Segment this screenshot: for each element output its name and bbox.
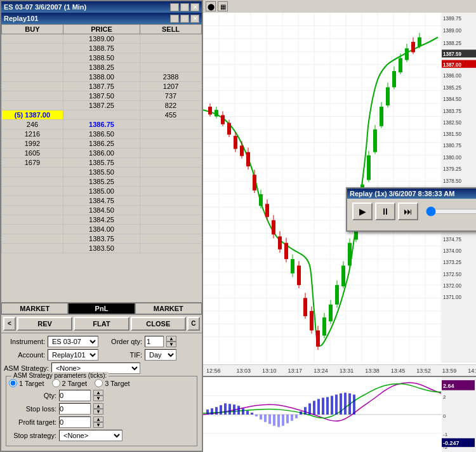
buy-cell[interactable] xyxy=(2,187,63,196)
stoploss-input[interactable] xyxy=(59,403,91,415)
c-button[interactable]: C xyxy=(187,317,200,331)
buy-cell[interactable]: 246 xyxy=(2,120,63,130)
inner-maximize[interactable]: □ xyxy=(180,15,189,23)
buy-cell[interactable] xyxy=(2,91,63,101)
replay-controls: ▶ ⏸ ⏭ xyxy=(347,199,476,224)
instrument-row: Instrument: ES 03-07 Order qty: ▲ ▼ xyxy=(4,336,199,347)
buy-cell[interactable]: 1992 xyxy=(2,139,63,149)
qty-down[interactable]: ▼ xyxy=(93,396,103,401)
play-button[interactable]: ▶ xyxy=(352,203,373,220)
profit-down[interactable]: ▼ xyxy=(93,422,103,428)
buy-cell[interactable]: 1605 xyxy=(2,149,63,158)
buy-cell[interactable] xyxy=(2,101,63,110)
hist-bar xyxy=(348,394,351,415)
hist-bar-neg xyxy=(268,415,271,424)
rev-button[interactable]: REV xyxy=(17,317,72,331)
buy-cell[interactable]: 1679 xyxy=(2,158,63,168)
market-right[interactable]: MARKET xyxy=(135,303,202,314)
chart-panel: ⬤ ▦ xyxy=(203,0,476,452)
stoploss-up[interactable]: ▲ xyxy=(93,403,103,409)
market-left[interactable]: MARKET xyxy=(1,303,68,314)
sell-cell[interactable] xyxy=(140,187,202,196)
inner-close[interactable]: ✕ xyxy=(190,15,199,23)
sell-cell[interactable] xyxy=(140,149,202,158)
sell-cell[interactable]: 822 xyxy=(140,101,202,110)
hist-bar-neg xyxy=(286,415,289,423)
sell-cell[interactable]: 1207 xyxy=(140,82,202,91)
target1-label[interactable]: 1 Target xyxy=(9,379,44,387)
sell-cell[interactable]: 2388 xyxy=(140,72,202,82)
target3-label[interactable]: 3 Target xyxy=(95,379,130,387)
price-cell: 1388.25 xyxy=(63,63,140,72)
sell-cell[interactable] xyxy=(140,63,202,72)
sell-cell[interactable] xyxy=(140,234,202,244)
target3-radio[interactable] xyxy=(95,379,103,387)
stopstrat-select[interactable]: <None> xyxy=(59,430,122,441)
account-select[interactable]: Replay101 xyxy=(48,349,98,361)
flat-button[interactable]: FLAT xyxy=(74,317,129,331)
less-button[interactable]: < xyxy=(3,317,16,331)
buy-cell[interactable] xyxy=(2,196,63,206)
buy-cell[interactable] xyxy=(2,63,63,72)
sell-cell[interactable] xyxy=(140,225,202,234)
minimize-btn[interactable]: _ xyxy=(170,3,179,11)
sell-cell[interactable] xyxy=(140,215,202,225)
sell-cell[interactable] xyxy=(140,53,202,63)
sell-cell[interactable] xyxy=(140,168,202,177)
sell-cell[interactable] xyxy=(140,206,202,215)
inner-minimize[interactable]: _ xyxy=(170,15,179,23)
buy-cell[interactable] xyxy=(2,234,63,244)
sell-cell[interactable] xyxy=(140,44,202,53)
replay-slider[interactable] xyxy=(426,206,476,217)
stoploss-down[interactable]: ▼ xyxy=(93,409,103,415)
buy-cell[interactable] xyxy=(2,72,63,82)
sell-cell[interactable]: 737 xyxy=(140,91,202,101)
buy-cell[interactable] xyxy=(2,44,63,53)
buy-cell[interactable] xyxy=(2,225,63,234)
sell-cell[interactable] xyxy=(140,130,202,139)
close-btn[interactable]: ✕ xyxy=(190,3,199,11)
sell-cell[interactable] xyxy=(140,139,202,149)
buy-cell[interactable] xyxy=(2,82,63,91)
profit-up[interactable]: ▲ xyxy=(93,416,103,422)
sell-cell[interactable] xyxy=(140,158,202,168)
buy-cell[interactable]: (5) 1387.00 xyxy=(2,110,63,120)
chart-icon[interactable]: ▦ xyxy=(218,1,228,11)
target2-radio[interactable] xyxy=(52,379,60,387)
buy-cell[interactable] xyxy=(2,34,63,44)
target1-radio[interactable] xyxy=(9,379,17,387)
fastforward-button[interactable]: ⏭ xyxy=(398,203,418,220)
orderqty-down[interactable]: ▼ xyxy=(166,342,176,347)
buy-cell[interactable]: 1216 xyxy=(2,130,63,139)
tif-select[interactable]: Day xyxy=(145,349,176,361)
profit-input[interactable] xyxy=(59,416,91,428)
sell-cell[interactable] xyxy=(140,34,202,44)
maximize-btn[interactable]: □ xyxy=(180,3,189,11)
qty-input[interactable] xyxy=(59,390,91,401)
buy-cell[interactable] xyxy=(2,53,63,63)
orderqty-input[interactable] xyxy=(145,336,164,347)
sell-cell[interactable] xyxy=(140,120,202,130)
sell-cell[interactable]: 455 xyxy=(140,110,202,120)
buy-cell[interactable] xyxy=(2,244,63,253)
price-label: 1373.25 xyxy=(443,260,461,265)
orderqty-up[interactable]: ▲ xyxy=(166,336,176,342)
buy-cell[interactable] xyxy=(2,177,63,187)
target2-label[interactable]: 2 Target xyxy=(52,379,88,387)
buy-cell[interactable] xyxy=(2,206,63,215)
buy-cell[interactable] xyxy=(2,168,63,177)
instrument-select[interactable]: ES 03-07 xyxy=(48,336,98,347)
trading-ladder: ES 03-07 3/6/2007 (1 Min) _ □ ✕ Replay10… xyxy=(0,0,203,452)
indicator-axis-neg: -1 xyxy=(443,432,448,437)
coin-icon[interactable]: ⬤ xyxy=(206,1,216,11)
sell-cell[interactable] xyxy=(140,177,202,187)
sell-cell[interactable] xyxy=(140,196,202,206)
qty-up[interactable]: ▲ xyxy=(93,390,103,396)
close-button[interactable]: CLOSE xyxy=(131,317,186,331)
buy-cell[interactable] xyxy=(2,215,63,225)
stoploss-spinner: ▲ ▼ xyxy=(93,403,103,415)
sell-cell[interactable] xyxy=(140,244,202,253)
price-cell: 1387.50 xyxy=(63,91,140,101)
pause-button[interactable]: ⏸ xyxy=(375,203,395,220)
hist-bar xyxy=(304,407,307,415)
